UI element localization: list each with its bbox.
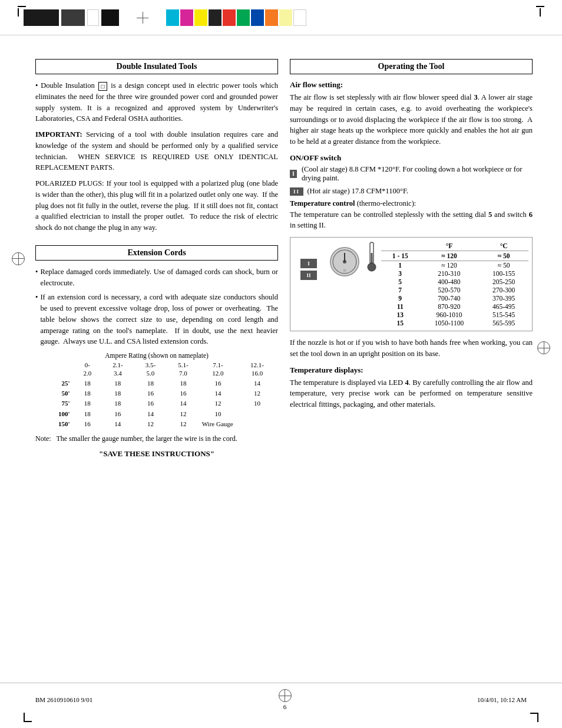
- temp-table-row: 9 700-740 370-395: [381, 294, 528, 302]
- color-blocks-right: [166, 9, 306, 26]
- color-yellow: [194, 9, 207, 26]
- airflow-subtitle: Air flow setting:: [290, 80, 533, 90]
- page-footer: BM 2610910610 9/01 6 10/4/01, 10:12 AM: [0, 683, 562, 716]
- cord-table-container: Ampere Rating (shown on nameplate) 0-2.0…: [35, 352, 278, 430]
- footer-crosshair: [279, 689, 292, 702]
- temp-table-row: 7 520-570 270-300: [381, 286, 528, 294]
- cord-table-title: Ampere Rating (shown on nameplate): [35, 352, 278, 359]
- footer-page-number: 6: [283, 703, 287, 710]
- switch-i-text: (Cool air stage) 8.8 CFM *120°F. For coo…: [302, 165, 533, 183]
- double-insulated-title: Double Insulated Tools: [35, 59, 278, 74]
- extension-cords-title: Extension Cords: [35, 245, 278, 261]
- color-light-yellow: [279, 9, 292, 26]
- temp-chart-inner: I II ○: [294, 241, 528, 327]
- double-insulated-section: Double Insulated Tools • Double Insulati…: [35, 59, 278, 233]
- svg-point-6: [368, 263, 376, 271]
- corner-mark-br: [530, 713, 538, 722]
- switch-ii-row: II (Hot air stage) 17.8 CFM*1100°F.: [290, 186, 533, 196]
- temp-table-row: 1 ≈ 120 ≈ 50: [381, 261, 528, 270]
- svg-text:○: ○: [343, 268, 346, 273]
- cord-table: 0-2.0 2.1-3.4 3.5-5.0 5.1-7.0 7.1-12.0 1…: [35, 360, 278, 430]
- switch-ii-block-chart: II: [300, 271, 317, 280]
- switch-ii-text: (Hot air stage) 17.8 CFM*1100°F.: [305, 187, 408, 195]
- temp-chart: I II ○: [290, 237, 533, 331]
- temp-table-row: 3 210-310 100-155: [381, 269, 528, 278]
- footer-center: 6: [279, 689, 292, 710]
- color-white: [293, 9, 306, 26]
- color-block-1: [24, 9, 59, 26]
- temp-table-row: 5 400-480 205-250: [381, 278, 528, 286]
- di-symbol: □: [98, 82, 107, 91]
- corner-mark-bl: [24, 713, 32, 722]
- switch-dial-col: I II: [294, 241, 323, 280]
- temp-display-text: The temperature is displayed via LED 4. …: [290, 377, 533, 410]
- operating-tool-title: Operating the Tool: [290, 59, 533, 74]
- temp-control-text: Temperature control (thermo-electronic):…: [290, 198, 533, 231]
- double-insulated-para2: IMPORTANT: Servicing of a tool with doub…: [35, 129, 278, 173]
- switch-i-icon: I: [290, 170, 297, 178]
- dial-col: ○: [327, 241, 362, 276]
- top-bar-left: [24, 9, 119, 26]
- temp-table-header: 1 - 15 ≈ 120 ≈ 50: [381, 251, 528, 261]
- temp-display-subtitle: Temperature displays:: [290, 365, 533, 375]
- dial-icon: ○: [330, 247, 359, 276]
- switch-ii-icon: II: [290, 187, 303, 196]
- upright-text: If the nozzle is hot or if you wish to h…: [290, 337, 533, 360]
- double-insulated-para1: • Double Insulation □ is a design concep…: [35, 80, 278, 124]
- right-column: Operating the Tool Air flow setting: The…: [290, 59, 533, 459]
- color-blue: [251, 9, 264, 26]
- airflow-text: The air flow is set steplessly with air …: [290, 92, 533, 147]
- save-instructions: "SAVE THESE INSTRUCTIONS": [35, 449, 278, 459]
- operating-tool-section: Operating the Tool Air flow setting: The…: [290, 59, 533, 410]
- temp-table-row: 11 870-920 465-495: [381, 302, 528, 311]
- color-block-2: [61, 9, 85, 26]
- extension-bullet2: • If an extension cord is necessary, a c…: [35, 292, 278, 347]
- switch-i-block: I: [300, 259, 317, 268]
- onoff-subtitle: ON/OFF switch: [290, 153, 533, 163]
- switch-i-row: I (Cool air stage) 8.8 CFM *120°F. For c…: [290, 165, 533, 183]
- extension-bullet1: • Replace damaged cords immediately. Use…: [35, 266, 278, 289]
- color-red: [223, 9, 236, 26]
- temp-table-row: 15 1050-1100 565-595: [381, 319, 528, 327]
- color-block-3: [87, 9, 99, 26]
- extension-cords-section: Extension Cords • Replace damaged cords …: [35, 245, 278, 459]
- cord-note: Note: The smaller the gauge number, the …: [35, 434, 278, 443]
- svg-rect-5: [371, 253, 373, 263]
- double-insulated-para3: POLARIZED PLUGS: If your tool is equippe…: [35, 178, 278, 233]
- color-block-4: [101, 9, 119, 26]
- footer-right: 10/4/01, 10:12 AM: [477, 696, 527, 703]
- color-cyan: [166, 9, 179, 26]
- crosshair-left: [137, 12, 148, 24]
- table-row: 150' 16 14 12 12 Wire Gauge: [35, 419, 278, 429]
- table-row: 75' 18 18 16 14 12 10: [35, 398, 278, 409]
- color-orange: [265, 9, 278, 26]
- left-column: Double Insulated Tools • Double Insulati…: [35, 59, 278, 459]
- top-bar: [0, 0, 562, 35]
- temp-table-unit-header: °F °C: [381, 241, 528, 251]
- page-content: Double Insulated Tools • Double Insulati…: [0, 47, 562, 470]
- temp-table-row: 13 960-1010 515-545: [381, 311, 528, 319]
- corner-marks-tr: [536, 6, 544, 17]
- footer-left: BM 2610910610 9/01: [35, 696, 92, 703]
- table-row: 25' 18 18 18 18 16 14: [35, 378, 278, 388]
- corner-marks-tl: [18, 6, 26, 17]
- table-row: 50' 18 18 16 16 14 12: [35, 388, 278, 398]
- cord-table-header: 0-2.0 2.1-3.4 3.5-5.0 5.1-7.0 7.1-12.0 1…: [35, 360, 278, 378]
- important-label: IMPORTANT:: [35, 130, 82, 139]
- table-row: 100' 18 16 14 12 10: [35, 409, 278, 419]
- color-black: [209, 9, 222, 26]
- temp-data-table: °F °C 1 - 15 ≈ 120 ≈ 50 1 ≈ 120: [381, 241, 528, 327]
- color-green: [237, 9, 250, 26]
- thermometer-col: [366, 241, 378, 274]
- color-magenta: [180, 9, 193, 26]
